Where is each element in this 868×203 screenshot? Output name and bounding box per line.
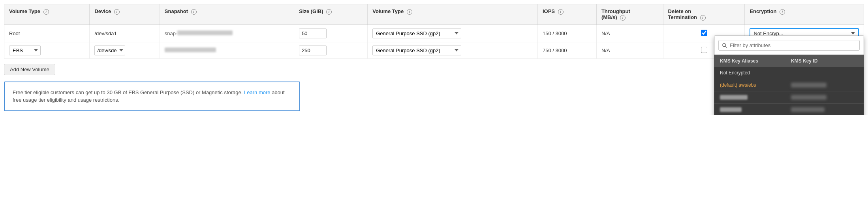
blurred-key-id-2 bbox=[787, 95, 858, 100]
list-item[interactable]: (default) aws/ebs bbox=[714, 79, 864, 91]
volume-type-root-select[interactable]: General Purpose SSD (gp2) Magnetic (stan… bbox=[372, 28, 461, 38]
blurred-key-id-1 bbox=[791, 83, 827, 87]
blurred-alias-2-text bbox=[720, 95, 748, 100]
device-info-icon[interactable]: i bbox=[114, 9, 120, 15]
cell-volumetype-root: General Purpose SSD (gp2) Magnetic (stan… bbox=[368, 25, 538, 42]
th-throughput: Throughput(MB/s) i bbox=[596, 4, 663, 25]
th-size: Size (GiB) i bbox=[294, 4, 368, 25]
th-snapshot: Snapshot i bbox=[160, 4, 294, 25]
cell-device-ebs: /dev/sde /dev/sdf bbox=[90, 42, 160, 59]
th-volume-type-col: Volume Type i bbox=[368, 4, 538, 25]
iops-root-value: 150 / 3000 bbox=[543, 30, 567, 36]
size-info-icon[interactable]: i bbox=[326, 9, 332, 15]
panel-header-col2: KMS Key ID bbox=[787, 58, 858, 64]
default-aws-ebs-key-id bbox=[787, 82, 858, 88]
th-volume-type-label: Volume Type bbox=[9, 8, 40, 14]
encryption-dropdown-panel: KMS Key Aliases KMS Key ID Not Encrypted… bbox=[714, 36, 864, 115]
th-encryption: Encryption i bbox=[745, 4, 864, 25]
blurred-key-id-3 bbox=[787, 107, 858, 112]
snapshot-prefix: snap- bbox=[165, 30, 178, 36]
encryption-search-input[interactable] bbox=[730, 42, 856, 48]
default-aws-ebs-label: (default) aws/ebs bbox=[720, 82, 787, 88]
th-volume-type-col-label: Volume Type bbox=[372, 8, 404, 14]
iops-info-icon[interactable]: i bbox=[558, 9, 564, 15]
delete-ebs-checkbox[interactable] bbox=[701, 47, 707, 53]
th-device-label: Device bbox=[94, 8, 111, 14]
panel-header-col1: KMS Key Aliases bbox=[720, 58, 787, 64]
th-volume-type: Volume Type i bbox=[4, 4, 90, 25]
volume-type-ebs-type-select[interactable]: General Purpose SSD (gp2) Magnetic (stan… bbox=[372, 46, 461, 55]
cell-size-root bbox=[294, 25, 368, 42]
cell-volumetype-ebs: General Purpose SSD (gp2) Magnetic (stan… bbox=[368, 42, 538, 59]
th-delete-on-termination: Delete onTermination i bbox=[663, 4, 745, 25]
cell-throughput-root: N/A bbox=[596, 25, 663, 42]
volume-type-root-label: Root bbox=[9, 30, 20, 36]
cell-volume-type-ebs: EBS EFS S3 bbox=[4, 42, 90, 59]
encryption-dropdown-arrow bbox=[851, 32, 855, 34]
volume-type-col-info-icon[interactable]: i bbox=[407, 9, 412, 15]
blurred-alias-2 bbox=[720, 95, 787, 100]
th-throughput-label: Throughput(MB/s) bbox=[601, 8, 630, 20]
search-icon bbox=[722, 43, 727, 48]
add-volume-button[interactable]: Add New Volume bbox=[4, 64, 55, 75]
delete-info-icon[interactable]: i bbox=[700, 15, 706, 21]
svg-point-0 bbox=[723, 43, 726, 46]
svg-line-1 bbox=[725, 46, 727, 47]
encryption-panel-header: KMS Key Aliases KMS Key ID bbox=[714, 55, 864, 67]
th-delete-label: Delete onTermination bbox=[668, 8, 697, 20]
volume-type-ebs-select[interactable]: EBS EFS S3 bbox=[9, 46, 41, 55]
volume-type-info-icon[interactable]: i bbox=[43, 9, 49, 15]
snapshot-info-icon[interactable]: i bbox=[191, 9, 197, 15]
iops-ebs-value: 750 / 3000 bbox=[543, 47, 567, 53]
cell-iops-root: 150 / 3000 bbox=[537, 25, 596, 42]
cell-size-ebs bbox=[294, 42, 368, 59]
device-root-label: /dev/sda1 bbox=[94, 30, 116, 36]
th-encryption-label: Encryption bbox=[750, 8, 776, 14]
th-device: Device i bbox=[90, 4, 160, 25]
size-root-input[interactable] bbox=[299, 28, 327, 38]
delete-root-checkbox[interactable] bbox=[701, 30, 707, 36]
encryption-info-icon[interactable]: i bbox=[780, 9, 785, 15]
snapshot-ebs-value bbox=[165, 47, 216, 52]
list-item[interactable] bbox=[714, 91, 864, 104]
page-wrapper: Volume Type i Device i Snapshot i Size (… bbox=[0, 0, 868, 115]
cell-volume-type-root: Root bbox=[4, 25, 90, 42]
learn-more-link[interactable]: Learn more bbox=[244, 89, 270, 95]
throughput-info-icon[interactable]: i bbox=[620, 15, 626, 21]
th-size-label: Size (GiB) bbox=[299, 8, 323, 14]
th-iops: IOPS i bbox=[537, 4, 596, 25]
blurred-alias-3 bbox=[720, 107, 787, 112]
table-wrapper: Volume Type i Device i Snapshot i Size (… bbox=[4, 4, 864, 59]
blurred-alias-3-text bbox=[720, 107, 742, 112]
device-ebs-select[interactable]: /dev/sde /dev/sdf bbox=[94, 46, 125, 55]
snapshot-root-value bbox=[177, 30, 233, 35]
cell-device-root: /dev/sda1 bbox=[90, 25, 160, 42]
cell-snapshot-ebs bbox=[160, 42, 294, 59]
size-ebs-input[interactable] bbox=[299, 46, 327, 55]
info-text-before-link: Free tier eligible customers can get up … bbox=[13, 89, 242, 95]
cell-iops-ebs: 750 / 3000 bbox=[537, 42, 596, 59]
throughput-root-value: N/A bbox=[601, 30, 610, 36]
th-iops-label: IOPS bbox=[543, 8, 555, 14]
th-snapshot-label: Snapshot bbox=[165, 8, 188, 14]
blurred-key-3 bbox=[791, 107, 825, 112]
search-input-wrapper[interactable] bbox=[718, 40, 860, 51]
table-header-row: Volume Type i Device i Snapshot i Size (… bbox=[4, 4, 864, 25]
cell-throughput-ebs: N/A bbox=[596, 42, 663, 59]
list-item[interactable]: Not Encrypted bbox=[714, 67, 864, 79]
blurred-key-2 bbox=[791, 95, 827, 100]
list-item[interactable] bbox=[714, 104, 864, 115]
not-encrypted-label: Not Encrypted bbox=[720, 70, 787, 76]
not-encrypted-key-id bbox=[787, 70, 858, 76]
cell-snapshot-root: snap- bbox=[160, 25, 294, 42]
encryption-search-area bbox=[714, 36, 864, 55]
throughput-ebs-value: N/A bbox=[601, 47, 610, 53]
info-box: Free tier eligible customers can get up … bbox=[4, 82, 300, 111]
